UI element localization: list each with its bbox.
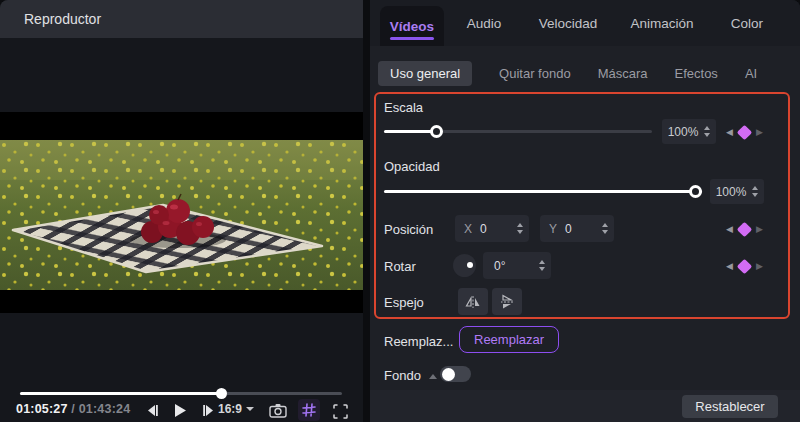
grid-overlay-button[interactable]	[298, 399, 320, 421]
escala-value-box[interactable]: 100%	[662, 119, 716, 144]
rotar-input[interactable]: 0°	[483, 252, 551, 279]
progress-fill	[20, 392, 222, 395]
reemplazar-label: Reemplaz...	[384, 334, 453, 349]
rotation-dial-dot	[467, 262, 473, 268]
stepper-down-icon[interactable]	[704, 133, 710, 137]
previous-frame-icon	[146, 404, 159, 417]
posicion-keyframe-controls: ◀ ▶	[726, 221, 763, 237]
posicion-y-input[interactable]: Y 0	[540, 215, 614, 242]
subtab-uso-general[interactable]: Uso general	[378, 61, 472, 86]
keyframe-add-icon[interactable]	[737, 221, 753, 237]
posicion-x-input[interactable]: X 0	[455, 215, 529, 242]
opacidad-slider[interactable]	[384, 185, 702, 198]
stepper-up-icon[interactable]	[704, 126, 710, 130]
filmora-app: Reproductor	[0, 0, 800, 422]
rotar-label: Rotar	[384, 259, 416, 274]
tab-audio-label: Audio	[467, 16, 502, 31]
posicion-y-stepper	[602, 223, 608, 234]
stepper-up-icon[interactable]	[539, 260, 545, 264]
tab-color[interactable]: Color	[720, 0, 774, 46]
escala-keyframe-controls: ◀ ▶	[726, 124, 763, 140]
keyframe-prev-icon[interactable]: ◀	[726, 225, 733, 234]
tab-velocidad[interactable]: Velocidad	[528, 0, 608, 46]
main-tabbar: Vídeos Audio Velocidad Animación Color	[370, 0, 800, 46]
fullscreen-icon	[333, 404, 348, 419]
escala-stepper	[704, 126, 710, 137]
player-panel: Reproductor	[0, 0, 363, 422]
stepper-down-icon[interactable]	[752, 193, 758, 197]
fullscreen-button[interactable]	[330, 401, 350, 421]
keyframe-add-icon[interactable]	[737, 258, 753, 274]
fondo-toggle-knob	[442, 368, 455, 381]
tab-videos[interactable]: Vídeos	[380, 6, 444, 46]
posicion-y-value: 0	[565, 222, 602, 236]
rotation-dial[interactable]	[453, 254, 476, 277]
posicion-label: Posición	[384, 222, 433, 237]
opacidad-slider-fill	[384, 190, 702, 193]
subtab-mascara[interactable]: Máscara	[598, 66, 648, 81]
flip-horizontal-icon	[465, 295, 481, 309]
tab-videos-label: Vídeos	[390, 19, 434, 34]
stepper-up-icon[interactable]	[602, 223, 608, 227]
reemplazar-button-label: Reemplazar	[474, 332, 544, 347]
rotar-keyframe-controls: ◀ ▶	[726, 258, 763, 274]
keyframe-add-icon[interactable]	[737, 124, 753, 140]
camera-icon	[269, 403, 287, 418]
active-tab-underline	[390, 37, 434, 40]
play-button[interactable]	[170, 400, 190, 420]
keyframe-prev-icon[interactable]: ◀	[726, 128, 733, 137]
fondo-toggle[interactable]	[440, 366, 471, 382]
flip-vertical-button[interactable]	[492, 288, 522, 315]
stepper-down-icon[interactable]	[602, 230, 608, 234]
posicion-y-axis-label: Y	[549, 222, 557, 236]
flip-vertical-icon	[500, 294, 514, 310]
player-title: Reproductor	[24, 11, 101, 27]
chevron-down-icon	[246, 407, 254, 411]
opacidad-value-box[interactable]: 100%	[710, 179, 764, 204]
timecode-total: 01:43:24	[79, 402, 131, 416]
opacidad-label: Opacidad	[384, 159, 440, 174]
next-frame-button[interactable]	[198, 400, 218, 420]
posicion-x-value: 0	[480, 222, 517, 236]
keyframe-next-icon[interactable]: ▶	[756, 225, 763, 234]
player-header: Reproductor	[0, 0, 363, 38]
stepper-down-icon[interactable]	[539, 267, 545, 271]
keyframe-next-icon[interactable]: ▶	[756, 262, 763, 271]
snapshot-button[interactable]	[268, 400, 288, 420]
stepper-up-icon[interactable]	[517, 223, 523, 227]
fondo-label: Fondo	[384, 368, 421, 383]
video-stage[interactable]	[0, 112, 363, 313]
play-icon	[173, 403, 187, 418]
flip-horizontal-button[interactable]	[458, 288, 488, 315]
stepper-up-icon[interactable]	[752, 186, 758, 190]
subtab-efectos[interactable]: Efectos	[675, 66, 718, 81]
stepper-down-icon[interactable]	[517, 230, 523, 234]
escala-value: 100%	[662, 125, 704, 139]
timecode-separator: /	[68, 402, 79, 416]
subtab-quitar-fondo[interactable]: Quitar fondo	[499, 66, 571, 81]
timecode: 01:05:27 / 01:43:24	[16, 402, 130, 416]
tab-animacion[interactable]: Animación	[618, 0, 706, 46]
opacidad-value: 100%	[710, 185, 752, 199]
posicion-x-stepper	[517, 223, 523, 234]
aspect-ratio-dropdown[interactable]: 16:9	[218, 402, 254, 416]
restablecer-button[interactable]: Restablecer	[682, 395, 778, 418]
collapse-caret-icon[interactable]	[429, 374, 437, 379]
timecode-current: 01:05:27	[16, 402, 68, 416]
subtab-ai[interactable]: AI	[745, 66, 757, 81]
rotar-stepper	[539, 260, 545, 271]
keyframe-prev-icon[interactable]: ◀	[726, 262, 733, 271]
keyframe-next-icon[interactable]: ▶	[756, 128, 763, 137]
previous-frame-button[interactable]	[142, 400, 162, 420]
escala-slider[interactable]	[384, 125, 652, 138]
tab-animacion-label: Animación	[630, 16, 693, 31]
tab-audio[interactable]: Audio	[456, 0, 512, 46]
tab-velocidad-label: Velocidad	[539, 16, 598, 31]
aspect-ratio-value: 16:9	[218, 402, 242, 416]
opacidad-slider-handle[interactable]	[689, 185, 702, 198]
properties-panel: Vídeos Audio Velocidad Animación Color U…	[370, 0, 800, 422]
panel-bottom-bar: Restablecer	[370, 390, 800, 422]
escala-slider-handle[interactable]	[430, 125, 443, 138]
espejo-label: Espejo	[384, 295, 424, 310]
reemplazar-button[interactable]: Reemplazar	[459, 326, 559, 353]
